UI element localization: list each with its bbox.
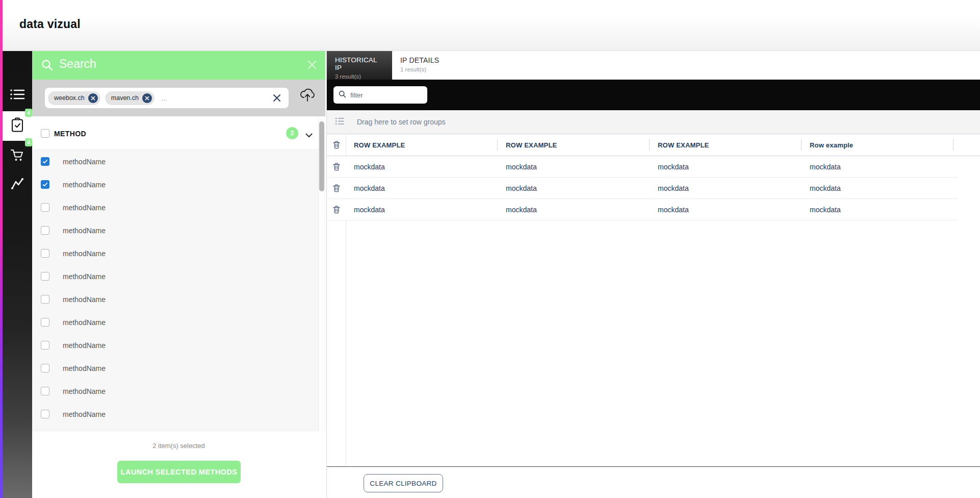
method-checkbox[interactable] <box>41 318 49 327</box>
method-label: methodName <box>63 204 106 212</box>
column-header[interactable]: ROW EXAMPLE <box>346 134 498 156</box>
method-list-item[interactable]: methodName <box>32 196 325 219</box>
launch-selected-methods-button[interactable]: LAUNCH SELECTED METHODS <box>117 461 241 483</box>
chevron-down-icon[interactable] <box>305 131 313 140</box>
method-list: methodNamemethodNamemethodNamemethodName… <box>32 150 325 432</box>
select-all-checkbox[interactable] <box>41 129 49 138</box>
header-delete-column <box>327 134 346 156</box>
method-label: methodName <box>63 181 106 189</box>
clear-search-icon[interactable] <box>272 93 281 105</box>
method-label: methodName <box>63 250 106 258</box>
clipboard-check-icon <box>11 117 24 135</box>
method-list-item[interactable]: methodName <box>32 311 325 334</box>
method-checkbox[interactable] <box>41 387 49 395</box>
chip-remove-icon[interactable] <box>88 93 98 103</box>
method-checkbox[interactable] <box>41 157 49 166</box>
method-label: methodName <box>63 227 106 235</box>
table-row[interactable]: mockdatamockdatamockdatamockdata <box>327 199 958 220</box>
column-header[interactable]: Row example <box>802 134 953 156</box>
table-cell: mockdata <box>650 199 802 220</box>
cart-icon <box>10 148 25 164</box>
method-label: methodName <box>63 295 106 304</box>
method-list-item[interactable]: methodName <box>32 265 325 288</box>
cloud-upload-icon[interactable] <box>298 86 317 105</box>
table-cell: mockdata <box>498 178 650 198</box>
method-label: methodName <box>63 410 106 418</box>
method-list-item[interactable]: methodName <box>32 242 325 265</box>
sidebar-item-stats[interactable] <box>3 170 32 200</box>
method-checkbox[interactable] <box>41 249 49 258</box>
sidebar: 4 4 <box>3 51 32 498</box>
line-chart-icon <box>10 177 24 193</box>
tab-historical-ip[interactable]: HISTORICAL IP 3 result(s) <box>327 51 392 80</box>
method-list-item[interactable]: methodName <box>32 173 325 196</box>
table-cell: mockdata <box>802 199 953 220</box>
method-checkbox[interactable] <box>41 410 49 418</box>
filter-search-icon <box>339 90 346 100</box>
tab-title: IP DETAILS <box>400 56 439 64</box>
table-cell: mockdata <box>346 178 498 198</box>
search-chips-container: weebox.chmaven.ch <box>48 91 154 105</box>
filter-box <box>333 86 427 104</box>
row-delete-button[interactable] <box>327 156 346 177</box>
tab-ip-details[interactable]: IP DETAILS 1 result(s) <box>392 51 447 80</box>
search-panel-title: Search <box>59 57 96 71</box>
row-delete-button[interactable] <box>327 199 346 220</box>
method-checkbox[interactable] <box>41 203 49 212</box>
method-list-item[interactable]: methodName <box>32 403 325 426</box>
method-list-item[interactable]: methodName <box>32 334 325 357</box>
method-label: methodName <box>63 158 106 166</box>
close-icon[interactable] <box>307 60 317 72</box>
table-row[interactable]: mockdatamockdatamockdatamockdata <box>327 156 958 178</box>
search-chips-bar: weebox.chmaven.ch ... <box>32 80 325 116</box>
row-group-hint: Drag here to set row groups <box>357 118 446 126</box>
method-checkbox[interactable] <box>41 226 49 235</box>
sidebar-item-menu[interactable] <box>3 81 32 110</box>
method-list-item[interactable]: methodName <box>32 357 325 380</box>
method-list-item[interactable]: methodName <box>32 150 325 173</box>
method-panel-footer: 2 item(s) selected LAUNCH SELECTED METHO… <box>32 432 325 498</box>
sidebar-item-cart[interactable]: 4 <box>3 141 32 170</box>
chip-label: maven.ch <box>111 94 139 102</box>
method-list-item[interactable]: methodName <box>32 219 325 242</box>
chip-label: weebox.ch <box>54 94 85 102</box>
method-list-item[interactable]: methodName <box>32 288 325 311</box>
method-checkbox[interactable] <box>41 364 49 372</box>
table-row[interactable]: mockdatamockdatamockdatamockdata <box>327 178 958 199</box>
method-list-item[interactable]: methodName <box>32 380 325 403</box>
search-icon <box>41 59 54 74</box>
row-delete-button[interactable] <box>327 178 346 198</box>
search-input[interactable]: weebox.chmaven.ch ... <box>45 88 289 108</box>
filter-input[interactable] <box>350 91 417 99</box>
search-chip: maven.ch <box>105 91 154 105</box>
method-checkbox[interactable] <box>41 295 49 304</box>
clipboard-bar: CLEAR CLIPBOARD <box>327 467 980 498</box>
selected-items-text: 2 item(s) selected <box>32 442 325 450</box>
menu-list-icon <box>10 88 25 103</box>
method-label: methodName <box>63 364 106 372</box>
method-label: methodName <box>63 387 106 395</box>
app-header: data vizual <box>3 0 980 51</box>
method-checkbox[interactable] <box>41 180 49 189</box>
row-group-drop-zone[interactable]: Drag here to set row groups <box>327 110 980 134</box>
method-checkbox[interactable] <box>41 341 49 350</box>
table-cell: mockdata <box>650 178 802 198</box>
search-panel: Search weebox.chmaven.ch ... <box>32 51 325 498</box>
chip-remove-icon[interactable] <box>142 93 152 103</box>
column-header[interactable]: ROW EXAMPLE <box>498 134 650 156</box>
cart-count-badge: 4 <box>25 138 32 146</box>
scrollbar-thumb[interactable] <box>319 121 324 191</box>
method-checkbox[interactable] <box>41 272 49 281</box>
search-placeholder: ... <box>162 94 167 102</box>
table-cell: mockdata <box>802 156 953 177</box>
table-cell: mockdata <box>650 156 802 177</box>
selected-count-badge: 2 <box>286 127 298 139</box>
tab-title: HISTORICAL IP <box>335 56 384 71</box>
results-panel: HISTORICAL IP 3 result(s) IP DETAILS 1 r… <box>326 51 980 498</box>
column-header[interactable]: ROW EXAMPLE <box>650 134 802 156</box>
clear-clipboard-button[interactable]: CLEAR CLIPBOARD <box>364 474 443 492</box>
methods-count-badge: 4 <box>25 109 32 117</box>
method-section-header: METHOD 2 <box>32 116 325 150</box>
method-label: methodName <box>63 341 106 350</box>
sidebar-item-methods[interactable]: 4 <box>3 111 32 141</box>
